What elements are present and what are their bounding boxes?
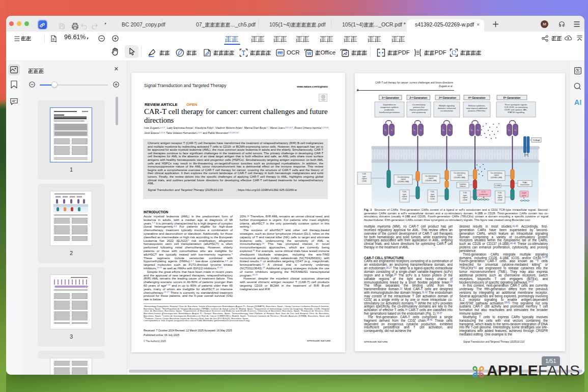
svg-text:CD3ζ: CD3ζ [430,198,435,200]
svg-text:Co-stimulatory: Co-stimulatory [490,172,502,174]
svg-text:(CD28/4-1BB): (CD28/4-1BB) [491,177,502,179]
svg-text:Cytokine: Cytokine [459,183,466,185]
svg-text:gene: gene [522,194,526,197]
svg-text:signal: signal [497,197,502,199]
svg-text:type: type [362,176,366,178]
svg-text:W: W [307,51,312,56]
svg-text:1ᵘᵗ Generation: 1ᵘᵗ Generation [382,96,399,99]
svg-text:signal: signal [494,174,499,176]
svg-text:signal: signal [402,195,407,198]
svg-text:type: type [403,193,406,195]
svg-text:Insufficient persistence: Insufficient persistence [379,111,400,114]
svg-text:TCR-: TCR- [463,192,467,194]
svg-text:STAT3/5 signalling: STAT3/5 signalling [508,111,524,114]
svg-text:target: target [522,192,526,194]
svg-text:CD3ζ: CD3ζ [362,180,367,182]
svg-text:TCR-: TCR- [402,191,407,193]
svg-text:3ʳᵈ Generation: 3ʳᵈ Generation [439,96,456,99]
svg-text:Co-stimulatory: Co-stimulatory [425,175,437,177]
svg-text:signal: signal [430,195,435,198]
svg-text:type: type [498,194,502,197]
svg-text:2ⁿᵈ Generation: 2ⁿᵈ Generation [409,96,427,99]
svg-text:(CD28/4-1BB): (CD28/4-1BB) [454,177,465,179]
svg-text:IL-12: IL-12 [482,191,486,193]
svg-text:TRAC: TRAC [522,182,527,184]
svg-text:Co-stimulatory: Co-stimulatory [454,172,465,174]
svg-text:TCR-: TCR- [362,173,367,175]
svg-text:co-stimulation: co-stimulation [440,109,453,112]
svg-text:proteins (TRUCKs): proteins (TRUCKs) [468,109,486,112]
svg-text:TCR-: TCR- [430,191,435,193]
svg-text:type: type [431,193,434,195]
svg-text:(CD28/4-1BB): (CD28/4-1BB) [398,181,409,183]
svg-text:TCR-: TCR- [498,192,502,194]
svg-text:signal: signal [463,197,468,199]
svg-text:inducer: inducer [460,185,466,187]
svg-text:signal: signal [362,178,367,180]
svg-text:5ᵗʰ Generation: 5ᵗʰ Generation [503,96,521,99]
svg-text:IL2RB: IL2RB [495,185,501,187]
svg-text:OCR: OCR [278,51,284,54]
svg-text:signal: signal [457,174,462,176]
svg-text:CD3ζ: CD3ζ [402,198,407,200]
svg-text:production: production [480,193,488,195]
svg-text:(CD28/4-1BB): (CD28/4-1BB) [425,180,437,182]
svg-text:CD3ζ: CD3ζ [498,199,502,201]
svg-text:and cytotoxicity: and cytotoxicity [412,111,426,114]
svg-text:4ᵗʰ Generation: 4ᵗʰ Generation [468,96,486,99]
svg-text:type: type [463,194,467,197]
svg-text:signal: signal [429,177,434,179]
svg-text:inactivation: inactivation [520,184,529,186]
svg-text:TCRαβ: TCRαβ [533,139,540,142]
svg-text:CD3ζ: CD3ζ [463,199,467,201]
svg-text:signal: signal [401,178,406,180]
svg-text:Co-stimulatory: Co-stimulatory [397,176,409,178]
